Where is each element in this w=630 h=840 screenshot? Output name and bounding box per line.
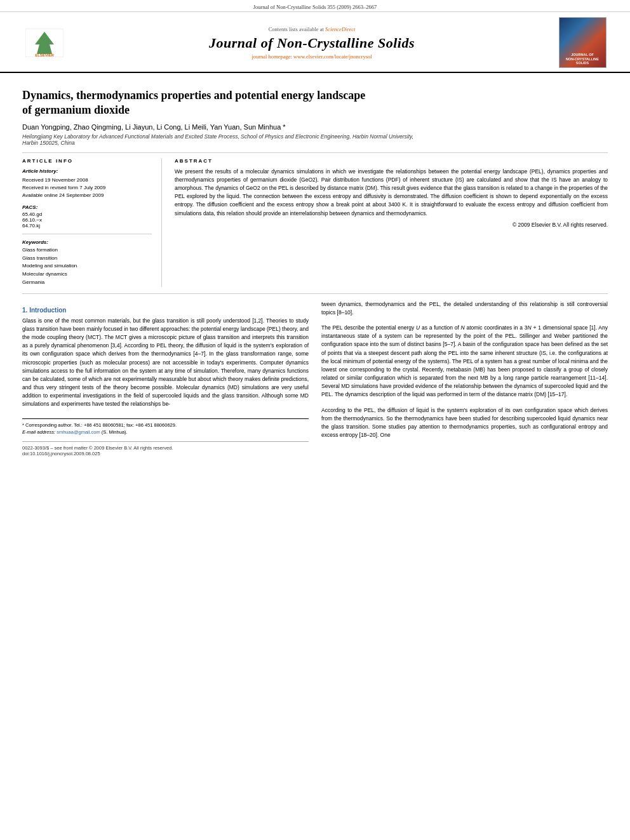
journal-cover-thumbnail: JOURNAL OF NON-CRYSTALLINE SOLIDS — [559, 17, 607, 68]
received-date: Received 19 November 2008 — [22, 177, 88, 183]
intro-right-text-1: tween dynamics, thermodynamics and the P… — [321, 300, 608, 317]
pacs-heading: PACS: — [22, 204, 152, 210]
keyword-5: Germania — [22, 279, 152, 287]
keywords-heading: Keywords: — [22, 239, 152, 245]
keyword-1: Glass formation — [22, 246, 152, 255]
history-heading: Article history: — [22, 168, 152, 175]
intro-right-text-3: According to the PEL, the diffusion of l… — [321, 406, 608, 440]
divider-3 — [22, 293, 608, 294]
sciencedirect-link[interactable]: ScienceDirect — [325, 26, 355, 32]
intro-right-text-2: The PEL describe the potential energy U … — [321, 324, 608, 399]
bottom-left-text: 0022-3093/$ – see front matter © 2009 El… — [22, 445, 173, 457]
article-info-col: ARTICLE INFO Article history: Received 1… — [22, 158, 162, 287]
body-columns: 1. Introduction Glass is one of the most… — [22, 300, 608, 457]
abstract-copyright: © 2009 Elsevier B.V. All rights reserved… — [175, 222, 608, 228]
journal-header: Journal of Non-Crystalline Solids 355 (2… — [0, 0, 630, 12]
elsevier-logo: ELSEVIER — [19, 29, 70, 57]
abstract-text: We present the results of a molecular dy… — [175, 168, 608, 218]
elsevier-tree-icon: ELSEVIER — [25, 29, 64, 57]
main-content: Dynamics, thermodynamics properties and … — [0, 73, 630, 469]
svg-text:ELSEVIER: ELSEVIER — [35, 53, 54, 57]
body-left-col: 1. Introduction Glass is one of the most… — [22, 300, 309, 457]
authors: Duan Yongping, Zhao Qingming, Li Jiayun,… — [22, 123, 608, 131]
footnote-star: * Corresponding author. Tel.: +86 451 88… — [22, 422, 309, 428]
divider-1 — [22, 152, 608, 153]
journal-cover-area: JOURNAL OF NON-CRYSTALLINE SOLIDS — [554, 17, 611, 68]
divider-2 — [22, 234, 152, 234]
cover-text: JOURNAL OF NON-CRYSTALLINE SOLIDS — [566, 53, 599, 65]
keywords-section: Keywords: Glass formation Glass transiti… — [22, 239, 152, 287]
contents-line: Contents lists available at ScienceDirec… — [70, 26, 554, 32]
intro-left-text: Glass is one of the most common material… — [22, 317, 309, 409]
journal-banner: ELSEVIER Contents lists available at Sci… — [0, 12, 630, 73]
revised-date: Received in revised form 7 July 2009 — [22, 185, 105, 190]
footnote-email: E-mail address: smhuaa@gmail.com (S. Min… — [22, 429, 309, 435]
pacs-section: PACS: 65.40.gd 66.10.−x 64.70.kj — [22, 204, 152, 229]
keyword-4: Molecular dynamics — [22, 270, 152, 279]
article-info-abstract-section: ARTICLE INFO Article history: Received 1… — [22, 158, 608, 287]
keyword-3: Modeling and simulation — [22, 262, 152, 270]
elsevier-logo-area: ELSEVIER — [19, 29, 70, 57]
affiliation: Heilongjiang Key Laboratory for Advanced… — [22, 133, 608, 146]
article-history: Article history: Received 19 November 20… — [22, 168, 152, 199]
pacs-code-1: 65.40.gd — [22, 211, 152, 217]
abstract-col: ABSTRACT We present the results of a mol… — [175, 158, 608, 287]
keywords-list: Glass formation Glass transition Modelin… — [22, 246, 152, 287]
journal-title-banner: Journal of Non-Crystalline Solids — [70, 35, 554, 51]
abstract-heading: ABSTRACT — [175, 158, 608, 164]
intro-section-title: 1. Introduction — [22, 307, 309, 314]
journal-ref: Journal of Non-Crystalline Solids 355 (2… — [253, 4, 377, 10]
article-title: Dynamics, thermodynamics properties and … — [22, 88, 608, 118]
bottom-bar: 0022-3093/$ – see front matter © 2009 El… — [22, 441, 309, 457]
pacs-code-3: 64.70.kj — [22, 223, 152, 229]
journal-banner-center: Contents lists available at ScienceDirec… — [70, 26, 554, 60]
footnote-section: * Corresponding author. Tel.: +86 451 88… — [22, 418, 309, 435]
article-info-heading: ARTICLE INFO — [22, 158, 152, 164]
pacs-code-2: 66.10.−x — [22, 217, 152, 223]
keyword-2: Glass transition — [22, 255, 152, 263]
homepage-line: journal homepage: www.elsevier.com/locat… — [70, 53, 554, 60]
body-right-col: tween dynamics, thermodynamics and the P… — [321, 300, 608, 457]
available-date: Available online 24 September 2009 — [22, 192, 104, 198]
